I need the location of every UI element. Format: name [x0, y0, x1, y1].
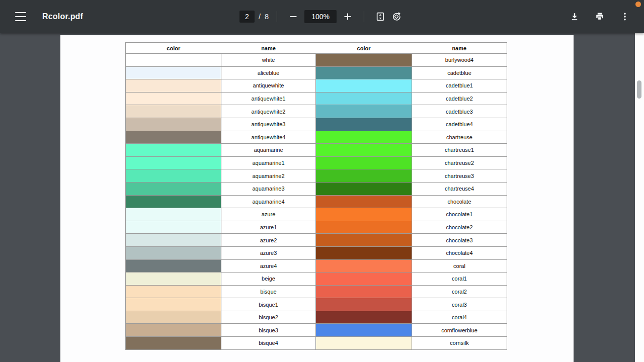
table-row: azure1chocolate2: [126, 221, 507, 234]
color-swatch-cell: [316, 105, 412, 118]
color-name-cell: cornflowerblue: [412, 324, 507, 337]
color-name-cell: antiquewhite2: [221, 105, 316, 118]
color-name-cell: azure: [221, 208, 316, 221]
table-row: antiquewhitecadetblue1: [126, 79, 507, 93]
table-row: aquamarine3chartreuse4: [126, 182, 507, 195]
color-swatch-cell: [126, 324, 221, 337]
table-row: aquamarine4chocolate: [126, 195, 507, 208]
menu-icon[interactable]: [15, 12, 27, 21]
color-swatch-cell: [126, 105, 221, 118]
color-name-cell: chocolate3: [412, 234, 507, 247]
color-swatch-cell: [316, 208, 412, 221]
table-row: azure4coral: [126, 259, 507, 273]
color-table-header: color name color name: [126, 43, 507, 54]
zoom-in-button[interactable]: [340, 9, 356, 25]
color-swatch-cell: [126, 337, 221, 350]
zoom-out-icon: [289, 12, 298, 21]
table-row: azure2chocolate3: [126, 234, 507, 247]
table-row: aquamarine1chartreuse2: [126, 156, 507, 169]
color-swatch-cell: [316, 131, 412, 144]
color-name-cell: chartreuse3: [412, 169, 507, 183]
color-name-cell: white: [221, 54, 316, 67]
color-swatch-cell: [316, 246, 412, 259]
page-number-input[interactable]: [239, 11, 255, 23]
color-swatch-cell: [126, 156, 221, 169]
print-button[interactable]: [592, 9, 608, 25]
rotate-icon: [391, 12, 401, 22]
download-button[interactable]: [567, 9, 583, 25]
color-swatch-cell: [316, 118, 412, 131]
color-name-cell: azure1: [221, 221, 316, 234]
document-title: Rcolor.pdf: [42, 12, 83, 21]
color-swatch-cell: [126, 298, 221, 311]
menu-bar: [15, 20, 26, 21]
header-row: color name color name: [126, 43, 507, 54]
pdf-toolbar: Rcolor.pdf / 8: [0, 0, 644, 33]
color-swatch-cell: [316, 311, 412, 324]
recording-indicator-dot: [635, 2, 641, 7]
color-swatch-cell: [126, 246, 221, 259]
page-total: 8: [265, 13, 269, 21]
table-row: bisque1coral3: [126, 298, 507, 311]
print-icon: [595, 12, 605, 22]
color-name-cell: coral2: [412, 285, 507, 298]
color-swatch-cell: [316, 144, 412, 157]
color-name-cell: aliceblue: [221, 66, 316, 79]
color-name-cell: bisque3: [221, 324, 316, 337]
fit-page-button[interactable]: [372, 9, 388, 25]
zoom-level-input[interactable]: [304, 10, 337, 23]
vertical-scrollbar-thumb[interactable]: [637, 80, 641, 99]
color-swatch-cell: [316, 182, 412, 195]
color-swatch-cell: [126, 273, 221, 286]
color-name-cell: chartreuse4: [412, 182, 507, 195]
color-swatch-cell: [126, 118, 221, 131]
color-name-cell: coral3: [412, 298, 507, 311]
table-row: aquamarinechartreuse1: [126, 144, 507, 157]
menu-bar: [15, 16, 26, 17]
vertical-scrollbar-track[interactable]: [635, 33, 644, 362]
page-separator: /: [259, 13, 261, 21]
table-row: beigecoral1: [126, 273, 507, 286]
color-name-cell: aquamarine4: [221, 195, 316, 208]
table-row: bisque4cornsilk: [126, 337, 507, 350]
color-swatch-cell: [126, 234, 221, 247]
color-swatch-cell: [316, 298, 412, 311]
table-row: whiteburlywood4: [126, 54, 507, 67]
color-name-cell: aquamarine: [221, 144, 316, 157]
color-name-cell: cadetblue1: [412, 79, 507, 93]
header-color-right: color: [316, 43, 412, 54]
menu-bar: [15, 12, 26, 13]
color-swatch-cell: [126, 221, 221, 234]
color-name-cell: bisque: [221, 285, 316, 298]
pdf-viewport[interactable]: color name color name whiteburlywood4ali…: [0, 33, 644, 362]
table-row: antiquewhite1cadetblue2: [126, 92, 507, 105]
more-options-button[interactable]: [617, 9, 633, 25]
color-name-cell: chartreuse: [412, 131, 507, 144]
color-swatch-cell: [126, 79, 221, 93]
header-name-left: name: [221, 43, 316, 54]
color-name-cell: bisque1: [221, 298, 316, 311]
color-name-cell: azure3: [221, 246, 316, 259]
zoom-out-button[interactable]: [285, 9, 301, 25]
color-swatch-cell: [316, 79, 412, 93]
color-swatch-cell: [316, 195, 412, 208]
color-swatch-cell: [316, 273, 412, 286]
table-row: alicebluecadetblue: [126, 66, 507, 79]
color-swatch-cell: [126, 311, 221, 324]
color-name-cell: chocolate1: [412, 208, 507, 221]
color-name-cell: antiquewhite1: [221, 92, 316, 105]
color-swatch-cell: [316, 54, 412, 67]
fit-page-icon: [375, 12, 385, 22]
rotate-button[interactable]: [388, 9, 405, 25]
color-name-cell: azure4: [221, 259, 316, 273]
table-row: bisque3cornflowerblue: [126, 324, 507, 337]
color-swatch-cell: [316, 337, 412, 350]
color-name-cell: cadetblue2: [412, 92, 507, 105]
color-name-cell: cadetblue: [412, 66, 507, 79]
color-name-cell: bisque2: [221, 311, 316, 324]
color-swatch-cell: [126, 259, 221, 273]
color-swatch-cell: [316, 156, 412, 169]
table-row: azurechocolate1: [126, 208, 507, 221]
header-color-left: color: [126, 43, 221, 54]
color-name-cell: aquamarine2: [221, 169, 316, 183]
